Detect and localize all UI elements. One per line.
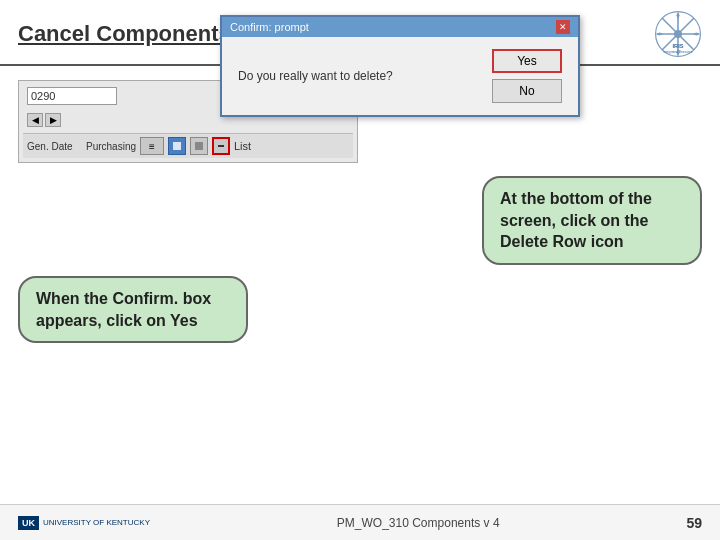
page-title: Cancel Components bbox=[18, 21, 231, 47]
svg-rect-12 bbox=[173, 142, 181, 150]
footer: UK UNIVERSITY OF KENTUCKY PM_WO_310 Comp… bbox=[0, 504, 720, 540]
purchasing-label: Purchasing bbox=[86, 141, 136, 152]
svg-marker-8 bbox=[692, 32, 700, 35]
list-label: List bbox=[234, 140, 251, 152]
main-input-field[interactable] bbox=[27, 87, 117, 105]
course-label: PM_WO_310 Components v 4 bbox=[337, 516, 500, 530]
main-content: ◀ ▶ Gen. Date Purchasing ≡ List A bbox=[0, 66, 720, 177]
uk-label: UK bbox=[22, 518, 35, 528]
confirm-dialog-titlebar: Confirm: prompt ✕ bbox=[222, 17, 578, 37]
delete-row-icon-btn[interactable] bbox=[212, 137, 230, 155]
iris-logo-graphic: IRIS Integrated Resource bbox=[654, 10, 702, 58]
svg-text:IRIS: IRIS bbox=[673, 43, 684, 49]
svg-text:Integrated Resource: Integrated Resource bbox=[664, 50, 693, 54]
confirm-dialog-close-button[interactable]: ✕ bbox=[556, 20, 570, 34]
iris-logo: IRIS Integrated Resource bbox=[654, 10, 702, 58]
yes-button[interactable]: Yes bbox=[492, 49, 562, 73]
nav-next-button[interactable]: ▶ bbox=[45, 113, 61, 127]
footer-logo: UK UNIVERSITY OF KENTUCKY bbox=[18, 516, 150, 530]
svg-marker-5 bbox=[676, 12, 679, 20]
callout-right-text: At the bottom of the screen, click on th… bbox=[500, 190, 652, 250]
no-button[interactable]: No bbox=[492, 79, 562, 103]
confirm-dialog-body: Do you really want to delete? Yes No bbox=[222, 37, 578, 115]
svg-marker-7 bbox=[656, 32, 664, 35]
svg-rect-13 bbox=[195, 142, 203, 150]
gen-date-label: Gen. Date bbox=[27, 141, 82, 152]
svg-point-9 bbox=[674, 30, 682, 38]
callout-right: At the bottom of the screen, click on th… bbox=[482, 176, 702, 265]
callout-left-text: When the Confirm. box appears, click on … bbox=[36, 290, 211, 329]
nav-prev-button[interactable]: ◀ bbox=[27, 113, 43, 127]
icon-btn-1[interactable] bbox=[168, 137, 186, 155]
callout-left: When the Confirm. box appears, click on … bbox=[18, 276, 248, 343]
confirm-dialog: Confirm: prompt ✕ Do you really want to … bbox=[220, 15, 580, 117]
toolbar-row: Gen. Date Purchasing ≡ List bbox=[23, 133, 353, 158]
confirm-dialog-message: Do you really want to delete? bbox=[238, 69, 393, 83]
confirm-dialog-buttons: Yes No bbox=[492, 49, 562, 103]
page-number: 59 bbox=[686, 515, 702, 531]
university-label: UNIVERSITY OF KENTUCKY bbox=[43, 518, 150, 527]
confirm-dialog-title: Confirm: prompt bbox=[230, 21, 309, 33]
uk-logo: UK bbox=[18, 516, 39, 530]
tab-button[interactable]: ≡ bbox=[140, 137, 164, 155]
icon-btn-2[interactable] bbox=[190, 137, 208, 155]
